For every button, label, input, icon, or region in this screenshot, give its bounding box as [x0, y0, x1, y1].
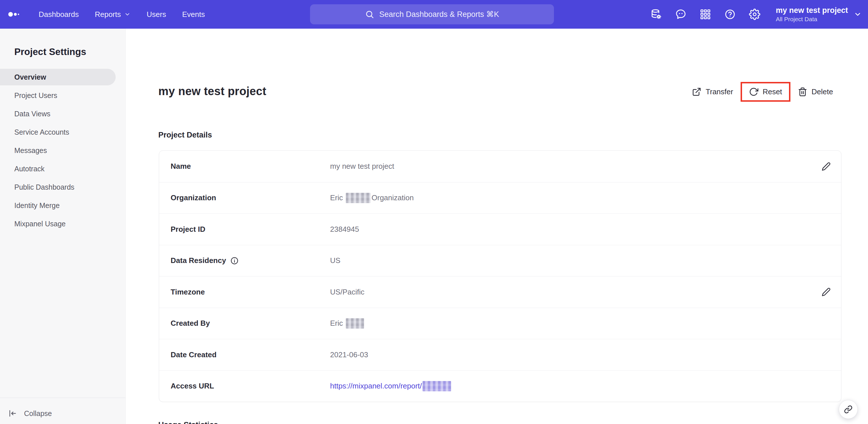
nav-dashboards[interactable]: Dashboards — [39, 10, 79, 19]
nav-reports[interactable]: Reports — [95, 10, 130, 19]
sidebar-item-label: Messages — [14, 146, 47, 155]
sidebar-item-project-users[interactable]: Project Users — [0, 87, 116, 104]
sidebar-item-label: Data Views — [14, 110, 51, 118]
sidebar-divider — [0, 398, 125, 398]
sidebar-item-label: Mixpanel Usage — [14, 220, 66, 228]
transfer-label: Transfer — [706, 87, 733, 96]
annotation-highlight-box: Reset — [741, 82, 790, 102]
row-value: 2384945 — [330, 225, 810, 234]
nav-users-label: Users — [147, 10, 166, 19]
reset-button[interactable]: Reset — [749, 87, 782, 96]
nav-users[interactable]: Users — [147, 10, 166, 19]
project-switcher[interactable]: my new test project All Project Data — [776, 6, 862, 23]
project-switcher-scope: All Project Data — [776, 16, 848, 23]
section-title-project-details: Project Details — [158, 131, 212, 140]
chevron-down-icon — [124, 11, 130, 18]
collapse-label: Collapse — [24, 409, 52, 418]
row-value: https://mixpanel.com/report/ — [330, 381, 810, 391]
redacted-text-block — [346, 193, 370, 203]
delete-label: Delete — [812, 87, 833, 96]
edit-timezone-button[interactable] — [820, 286, 833, 298]
transfer-icon — [692, 87, 702, 96]
sidebar-item-data-views[interactable]: Data Views — [0, 106, 116, 122]
table-row-access-url: Access URL https://mixpanel.com/report/ — [159, 370, 841, 402]
settings-gear-icon[interactable] — [748, 8, 761, 21]
share-link-fab[interactable] — [839, 400, 858, 419]
chevron-down-icon — [854, 10, 862, 18]
redacted-text-block — [346, 318, 364, 329]
help-icon[interactable] — [724, 8, 736, 21]
data-residency-info-icon[interactable] — [230, 256, 239, 265]
table-row-timezone: Timezone US/Pacific — [159, 276, 841, 308]
sidebar-item-identity-merge[interactable]: Identity Merge — [0, 197, 116, 214]
nav-reports-label: Reports — [95, 10, 121, 19]
project-actions: Transfer Reset Delete — [692, 77, 833, 106]
sidebar-nav: Overview Project Users Data Views Servic… — [0, 69, 125, 234]
sidebar-item-label: Autotrack — [14, 165, 45, 173]
topbar-right-cluster: my new test project All Project Data — [650, 0, 862, 29]
collapse-icon — [8, 409, 17, 418]
sidebar-item-label: Public Dashboards — [14, 183, 74, 191]
redacted-text-block — [423, 381, 451, 391]
nav-events[interactable]: Events — [182, 10, 205, 19]
sidebar-item-label: Service Accounts — [14, 128, 69, 136]
main-nav: Dashboards Reports Users Events — [39, 0, 205, 29]
table-row-project-id: Project ID 2384945 — [159, 214, 841, 245]
project-details-card: Name my new test project Organization Er… — [159, 150, 841, 402]
sidebar-item-messages[interactable]: Messages — [0, 142, 116, 159]
sidebar-item-label: Project Users — [14, 91, 57, 100]
row-label: Project ID — [170, 225, 330, 234]
edit-name-button[interactable] — [820, 160, 833, 173]
table-row-created-by: Created By Eric — [159, 308, 841, 339]
search-icon — [365, 10, 374, 19]
table-row-date-created: Date Created 2021-06-03 — [159, 339, 841, 370]
access-url-link[interactable]: https://mixpanel.com/report/ — [330, 381, 422, 391]
section-title-usage-statistics: Usage Statistics — [158, 421, 218, 424]
sidebar-item-label: Identity Merge — [14, 201, 60, 210]
data-management-icon[interactable] — [650, 8, 662, 21]
row-label: Name — [170, 162, 330, 171]
row-label: Date Created — [170, 350, 330, 359]
row-label: Timezone — [170, 288, 330, 296]
row-label: Organization — [170, 193, 330, 202]
search-placeholder: Search Dashboards & Reports ⌘K — [379, 10, 499, 19]
nav-events-label: Events — [182, 10, 205, 19]
sidebar-item-autotrack[interactable]: Autotrack — [0, 161, 116, 177]
row-label: Created By — [170, 319, 330, 328]
row-value: US/Pacific — [330, 288, 810, 296]
main-content: my new test project Transfer Reset — [126, 29, 868, 424]
reset-label: Reset — [763, 87, 782, 96]
row-value: US — [330, 256, 810, 265]
project-switcher-name: my new test project — [776, 6, 848, 16]
search-input[interactable]: Search Dashboards & Reports ⌘K — [310, 4, 554, 24]
row-label: Access URL — [170, 381, 330, 391]
collapse-sidebar-button[interactable]: Collapse — [8, 405, 52, 421]
row-value: 2021-06-03 — [330, 350, 810, 359]
nav-dashboards-label: Dashboards — [39, 10, 79, 19]
feedback-icon[interactable] — [675, 8, 687, 21]
table-row-name: Name my new test project — [159, 151, 841, 182]
row-value: Eric — [330, 318, 810, 329]
sidebar-item-service-accounts[interactable]: Service Accounts — [0, 124, 116, 140]
sidebar-item-public-dashboards[interactable]: Public Dashboards — [0, 179, 116, 195]
sidebar-item-mixpanel-usage[interactable]: Mixpanel Usage — [0, 216, 116, 232]
mixpanel-logo-icon[interactable] — [8, 12, 19, 17]
row-label: Data Residency — [170, 256, 330, 265]
row-value: EricOrganization — [330, 193, 810, 203]
trash-icon — [798, 87, 807, 96]
page-title: my new test project — [158, 85, 266, 98]
table-row-organization: Organization EricOrganization — [159, 182, 841, 214]
sidebar-title: Project Settings — [14, 47, 86, 57]
row-value: my new test project — [330, 162, 810, 171]
table-row-data-residency: Data Residency US — [159, 245, 841, 277]
sidebar-item-label: Overview — [14, 73, 46, 81]
top-navigation-bar: Dashboards Reports Users Events Search D… — [0, 0, 868, 29]
transfer-button[interactable]: Transfer — [692, 87, 733, 96]
apps-grid-icon[interactable] — [699, 8, 712, 21]
settings-sidebar: Project Settings Overview Project Users … — [0, 29, 126, 424]
sidebar-item-overview[interactable]: Overview — [0, 69, 116, 85]
delete-button[interactable]: Delete — [798, 87, 833, 96]
reset-icon — [749, 87, 758, 96]
